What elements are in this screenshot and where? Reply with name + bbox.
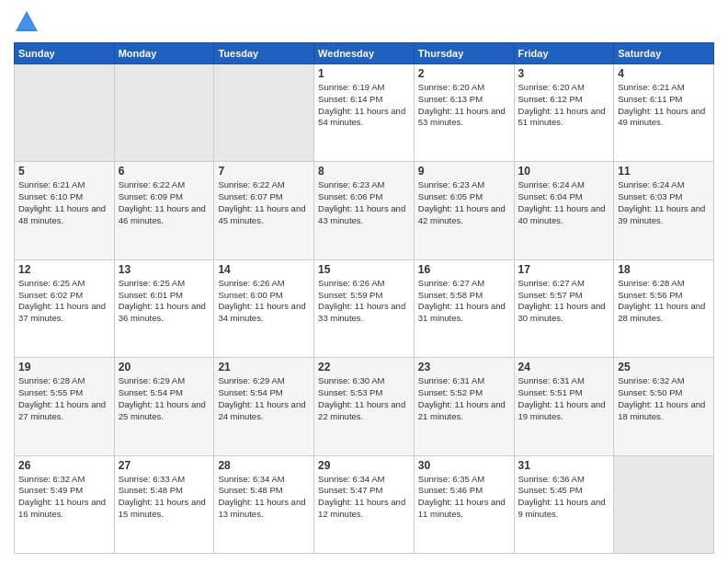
day-number: 26 <box>18 459 110 472</box>
header <box>14 9 714 35</box>
calendar-cell <box>614 455 714 553</box>
day-number: 4 <box>618 67 710 80</box>
day-info: Sunrise: 6:26 AM Sunset: 6:00 PM Dayligh… <box>218 278 310 325</box>
day-of-week-header: Wednesday <box>314 43 415 64</box>
day-number: 14 <box>218 263 310 276</box>
day-of-week-header: Tuesday <box>214 43 314 64</box>
day-info: Sunrise: 6:32 AM Sunset: 5:50 PM Dayligh… <box>618 375 710 422</box>
calendar-cell: 17Sunrise: 6:27 AM Sunset: 5:57 PM Dayli… <box>514 259 614 357</box>
day-info: Sunrise: 6:31 AM Sunset: 5:52 PM Dayligh… <box>418 375 510 422</box>
day-number: 24 <box>518 361 610 373</box>
day-info: Sunrise: 6:25 AM Sunset: 6:01 PM Dayligh… <box>119 278 210 325</box>
page: SundayMondayTuesdayWednesdayThursdayFrid… <box>0 0 728 563</box>
day-of-week-header: Sunday <box>15 43 115 64</box>
day-info: Sunrise: 6:21 AM Sunset: 6:10 PM Dayligh… <box>18 179 110 226</box>
day-info: Sunrise: 6:34 AM Sunset: 5:48 PM Dayligh… <box>218 474 310 521</box>
day-info: Sunrise: 6:21 AM Sunset: 6:11 PM Dayligh… <box>618 82 710 129</box>
day-info: Sunrise: 6:32 AM Sunset: 5:49 PM Dayligh… <box>18 474 110 521</box>
day-number: 21 <box>218 361 310 373</box>
calendar-week-row: 5Sunrise: 6:21 AM Sunset: 6:10 PM Daylig… <box>15 162 714 259</box>
day-number: 10 <box>518 165 610 178</box>
day-number: 27 <box>119 459 210 472</box>
calendar-cell: 31Sunrise: 6:36 AM Sunset: 5:45 PM Dayli… <box>514 455 614 553</box>
day-number: 9 <box>418 165 510 178</box>
day-info: Sunrise: 6:28 AM Sunset: 5:56 PM Dayligh… <box>618 278 710 325</box>
day-info: Sunrise: 6:26 AM Sunset: 5:59 PM Dayligh… <box>318 278 410 325</box>
calendar-cell: 21Sunrise: 6:29 AM Sunset: 5:54 PM Dayli… <box>214 358 314 455</box>
day-info: Sunrise: 6:29 AM Sunset: 5:54 PM Dayligh… <box>119 375 210 422</box>
day-number: 15 <box>318 263 410 276</box>
day-number: 6 <box>119 165 210 178</box>
day-of-week-header: Saturday <box>614 43 714 64</box>
day-number: 28 <box>218 459 310 472</box>
day-number: 3 <box>518 67 610 80</box>
day-info: Sunrise: 6:31 AM Sunset: 5:51 PM Dayligh… <box>518 375 610 422</box>
calendar-cell <box>214 64 314 162</box>
day-info: Sunrise: 6:33 AM Sunset: 5:48 PM Dayligh… <box>119 474 210 521</box>
day-number: 2 <box>418 67 510 80</box>
calendar-table: SundayMondayTuesdayWednesdayThursdayFrid… <box>14 42 714 554</box>
day-number: 19 <box>18 361 110 373</box>
calendar-cell: 1Sunrise: 6:19 AM Sunset: 6:14 PM Daylig… <box>314 64 415 162</box>
calendar-cell: 19Sunrise: 6:28 AM Sunset: 5:55 PM Dayli… <box>15 358 115 455</box>
day-info: Sunrise: 6:20 AM Sunset: 6:13 PM Dayligh… <box>418 82 510 129</box>
calendar-cell: 5Sunrise: 6:21 AM Sunset: 6:10 PM Daylig… <box>15 162 115 259</box>
calendar-cell: 7Sunrise: 6:22 AM Sunset: 6:07 PM Daylig… <box>214 162 314 259</box>
calendar-cell: 13Sunrise: 6:25 AM Sunset: 6:01 PM Dayli… <box>114 259 214 357</box>
day-number: 13 <box>119 263 210 276</box>
calendar-cell: 22Sunrise: 6:30 AM Sunset: 5:53 PM Dayli… <box>314 358 415 455</box>
calendar-cell: 14Sunrise: 6:26 AM Sunset: 6:00 PM Dayli… <box>214 259 314 357</box>
calendar-cell: 18Sunrise: 6:28 AM Sunset: 5:56 PM Dayli… <box>614 259 714 357</box>
calendar-cell: 28Sunrise: 6:34 AM Sunset: 5:48 PM Dayli… <box>214 455 314 553</box>
calendar-week-row: 26Sunrise: 6:32 AM Sunset: 5:49 PM Dayli… <box>15 455 714 553</box>
svg-marker-1 <box>17 15 36 29</box>
calendar-cell: 2Sunrise: 6:20 AM Sunset: 6:13 PM Daylig… <box>414 64 514 162</box>
calendar-cell: 11Sunrise: 6:24 AM Sunset: 6:03 PM Dayli… <box>614 162 714 259</box>
day-number: 11 <box>618 165 710 178</box>
day-info: Sunrise: 6:27 AM Sunset: 5:57 PM Dayligh… <box>518 278 610 325</box>
calendar-cell: 27Sunrise: 6:33 AM Sunset: 5:48 PM Dayli… <box>114 455 214 553</box>
day-info: Sunrise: 6:29 AM Sunset: 5:54 PM Dayligh… <box>218 375 310 422</box>
calendar-cell <box>114 64 214 162</box>
calendar-cell: 10Sunrise: 6:24 AM Sunset: 6:04 PM Dayli… <box>514 162 614 259</box>
day-of-week-header: Monday <box>114 43 214 64</box>
day-info: Sunrise: 6:22 AM Sunset: 6:09 PM Dayligh… <box>119 179 210 226</box>
day-number: 5 <box>18 165 110 178</box>
day-info: Sunrise: 6:36 AM Sunset: 5:45 PM Dayligh… <box>518 474 610 521</box>
day-info: Sunrise: 6:28 AM Sunset: 5:55 PM Dayligh… <box>18 375 110 422</box>
calendar-cell: 3Sunrise: 6:20 AM Sunset: 6:12 PM Daylig… <box>514 64 614 162</box>
day-number: 30 <box>418 459 510 472</box>
day-info: Sunrise: 6:30 AM Sunset: 5:53 PM Dayligh… <box>318 375 410 422</box>
day-of-week-header: Friday <box>514 43 614 64</box>
calendar-cell: 26Sunrise: 6:32 AM Sunset: 5:49 PM Dayli… <box>15 455 115 553</box>
logo <box>14 9 43 35</box>
day-number: 16 <box>418 263 510 276</box>
calendar-week-row: 19Sunrise: 6:28 AM Sunset: 5:55 PM Dayli… <box>15 358 714 455</box>
day-info: Sunrise: 6:24 AM Sunset: 6:04 PM Dayligh… <box>518 179 610 226</box>
day-number: 29 <box>318 459 410 472</box>
day-info: Sunrise: 6:22 AM Sunset: 6:07 PM Dayligh… <box>218 179 310 226</box>
day-info: Sunrise: 6:23 AM Sunset: 6:06 PM Dayligh… <box>318 179 410 226</box>
day-number: 20 <box>119 361 210 373</box>
day-info: Sunrise: 6:23 AM Sunset: 6:05 PM Dayligh… <box>418 179 510 226</box>
calendar-week-row: 12Sunrise: 6:25 AM Sunset: 6:02 PM Dayli… <box>15 259 714 357</box>
calendar-cell: 25Sunrise: 6:32 AM Sunset: 5:50 PM Dayli… <box>614 358 714 455</box>
calendar-cell: 20Sunrise: 6:29 AM Sunset: 5:54 PM Dayli… <box>114 358 214 455</box>
day-number: 23 <box>418 361 510 373</box>
calendar-cell: 24Sunrise: 6:31 AM Sunset: 5:51 PM Dayli… <box>514 358 614 455</box>
day-of-week-header: Thursday <box>414 43 514 64</box>
logo-icon <box>14 9 40 35</box>
calendar-week-row: 1Sunrise: 6:19 AM Sunset: 6:14 PM Daylig… <box>15 64 714 162</box>
calendar-cell: 6Sunrise: 6:22 AM Sunset: 6:09 PM Daylig… <box>114 162 214 259</box>
calendar-cell: 16Sunrise: 6:27 AM Sunset: 5:58 PM Dayli… <box>414 259 514 357</box>
day-info: Sunrise: 6:35 AM Sunset: 5:46 PM Dayligh… <box>418 474 510 521</box>
day-number: 12 <box>18 263 110 276</box>
day-info: Sunrise: 6:24 AM Sunset: 6:03 PM Dayligh… <box>618 179 710 226</box>
calendar-cell: 4Sunrise: 6:21 AM Sunset: 6:11 PM Daylig… <box>614 64 714 162</box>
calendar-cell: 8Sunrise: 6:23 AM Sunset: 6:06 PM Daylig… <box>314 162 415 259</box>
calendar-cell: 9Sunrise: 6:23 AM Sunset: 6:05 PM Daylig… <box>414 162 514 259</box>
calendar-cell: 23Sunrise: 6:31 AM Sunset: 5:52 PM Dayli… <box>414 358 514 455</box>
day-number: 18 <box>618 263 710 276</box>
calendar-cell: 30Sunrise: 6:35 AM Sunset: 5:46 PM Dayli… <box>414 455 514 553</box>
day-info: Sunrise: 6:20 AM Sunset: 6:12 PM Dayligh… <box>518 82 610 129</box>
